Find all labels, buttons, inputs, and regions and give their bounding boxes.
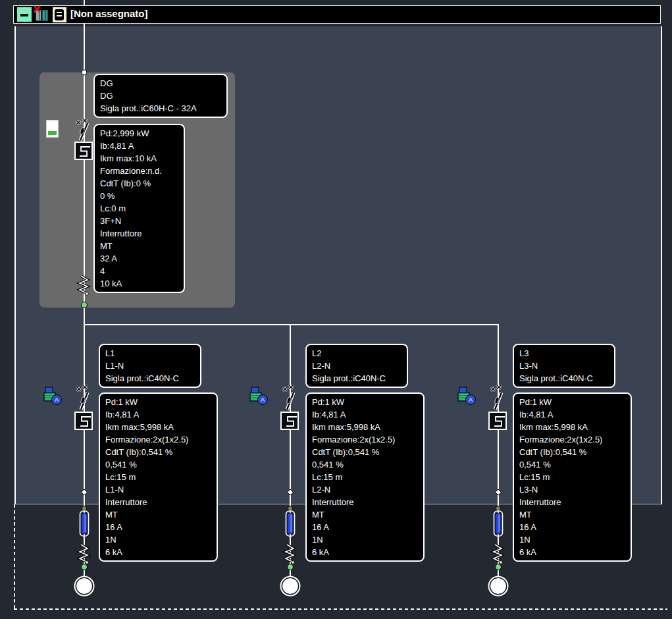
text-line: L3-N bbox=[519, 360, 609, 372]
text-line: DG bbox=[100, 77, 221, 90]
text-line: Lc:0 m bbox=[100, 202, 178, 215]
text-line: Sigla prot.:iC40N-C bbox=[105, 372, 195, 385]
text-line: L2-N bbox=[312, 360, 401, 372]
branch-meter-icon[interactable]: A bbox=[248, 385, 268, 405]
branch-details-box-l2[interactable]: Pd:1 kWIb:4,81 AIkm max:5,998 kAFormazio… bbox=[305, 392, 425, 562]
text-line: L1-N bbox=[105, 483, 211, 496]
text-line: Pd:1 kW bbox=[312, 396, 418, 408]
text-line: 1N bbox=[519, 533, 625, 546]
text-line: CdtT (Ib):0,541 % bbox=[312, 446, 418, 458]
text-line: Interruttore bbox=[312, 496, 418, 508]
branch-circuit-l1-symbols[interactable] bbox=[75, 325, 94, 596]
text-line: Ikm max:5,998 kA bbox=[519, 421, 625, 433]
text-line: Pd:2,999 kW bbox=[100, 127, 178, 140]
text-line: Formazione:2x(1x2.5) bbox=[519, 433, 625, 446]
junction-node[interactable] bbox=[82, 70, 87, 75]
connection-node[interactable] bbox=[82, 302, 88, 308]
text-line: 10 kA bbox=[100, 277, 178, 290]
text-line: Lc:15 m bbox=[312, 471, 418, 483]
branch-label-box-l3[interactable]: L3L3-NSigla prot.:iC40N-C bbox=[513, 344, 615, 388]
text-line: Sigla prot.:iC60H-C - 32A bbox=[100, 102, 221, 115]
text-line: 6 kA bbox=[312, 546, 418, 558]
text-line: Ib:4,81 A bbox=[100, 140, 178, 152]
text-line: Ib:4,81 A bbox=[519, 408, 625, 421]
red-x-icon: ✕ bbox=[32, 3, 41, 16]
text-line: Interruttore bbox=[519, 496, 625, 508]
properties-list-icon[interactable] bbox=[52, 7, 67, 23]
text-line: 6 kA bbox=[105, 546, 211, 558]
text-line: 0,541 % bbox=[519, 458, 625, 471]
delete-switchboard-icon[interactable]: ✕ bbox=[34, 7, 49, 22]
text-line: Sigla prot.:iC40N-C bbox=[312, 372, 401, 385]
text-line: 4 bbox=[100, 265, 178, 277]
text-line: 1N bbox=[312, 533, 418, 546]
branch-meter-icon[interactable]: A bbox=[456, 385, 476, 405]
text-line: Sigla prot.:iC40N-C bbox=[519, 372, 609, 385]
text-line: 16 A bbox=[312, 521, 418, 533]
text-line: L2 bbox=[312, 347, 401, 360]
ammeter-badge: A bbox=[469, 396, 473, 403]
text-line: L1 bbox=[105, 347, 195, 360]
text-line: MT bbox=[519, 508, 625, 521]
dg-status-icon[interactable] bbox=[46, 120, 59, 138]
text-line: 0,541 % bbox=[105, 458, 211, 471]
text-line: MT bbox=[105, 508, 211, 521]
text-line: 0,541 % bbox=[312, 458, 418, 471]
ammeter-badge: A bbox=[261, 396, 265, 403]
text-line: Formazione:2x(1x2.5) bbox=[312, 433, 418, 446]
text-line: 6 kA bbox=[519, 546, 625, 558]
main-breaker-details-box[interactable]: Pd:2,999 kWIb:4,81 AIkm max:10 kAFormazi… bbox=[93, 124, 185, 293]
text-line: MT bbox=[100, 240, 178, 252]
text-line: DG bbox=[100, 90, 221, 102]
text-line: Pd:1 kW bbox=[105, 396, 211, 408]
text-line: Pd:1 kW bbox=[519, 396, 625, 408]
text-line: 16 A bbox=[105, 521, 211, 533]
text-line: 32 A bbox=[100, 252, 178, 265]
text-line: CdtT (Ib):0 % bbox=[100, 177, 178, 190]
text-line: 16 A bbox=[519, 521, 625, 533]
text-line: L2-N bbox=[312, 483, 418, 496]
text-line: Interruttore bbox=[105, 496, 211, 508]
text-line: Formazione:n.d. bbox=[100, 165, 178, 177]
text-line: MT bbox=[312, 508, 418, 521]
app-window: A A A DGDGSigla prot.:iC60H-C - 32A Pd:2… bbox=[0, 0, 672, 619]
minimize-panel-icon[interactable] bbox=[16, 7, 32, 22]
text-line: CdtT (Ib):0,541 % bbox=[519, 446, 625, 458]
branch-circuit-l2-symbols[interactable] bbox=[281, 325, 300, 596]
text-line: Lc:15 m bbox=[105, 471, 211, 483]
main-breaker-label-box[interactable]: DGDGSigla prot.:iC60H-C - 32A bbox=[93, 74, 228, 118]
text-line: Ib:4,81 A bbox=[312, 408, 418, 421]
branch-circuit-l3-symbols[interactable] bbox=[489, 325, 508, 596]
text-line: CdtT (Ib):0,541 % bbox=[105, 446, 211, 458]
text-line: Ib:4,81 A bbox=[105, 408, 211, 421]
branch-details-box-l3[interactable]: Pd:1 kWIb:4,81 AIkm max:5,998 kAFormazio… bbox=[513, 392, 632, 562]
text-line: Ikm max:10 kA bbox=[100, 152, 178, 165]
ammeter-badge: A bbox=[55, 396, 59, 403]
text-line: L1-N bbox=[105, 360, 195, 372]
text-line: 0 % bbox=[100, 190, 178, 202]
text-line: Ikm max:5,998 kA bbox=[105, 421, 211, 433]
text-line: Lc:15 m bbox=[519, 471, 625, 483]
text-line: Formazione:2x(1x2.5) bbox=[105, 433, 211, 446]
branch-label-box-l2[interactable]: L2L2-NSigla prot.:iC40N-C bbox=[305, 344, 408, 388]
title-bar[interactable]: ✕ [Non assegnato] bbox=[13, 5, 661, 24]
main-feeder-wire[interactable] bbox=[75, 0, 92, 325]
text-line: Ikm max:5,998 kA bbox=[312, 421, 418, 433]
text-line: 1N bbox=[105, 533, 211, 546]
branch-meter-icon[interactable]: A bbox=[42, 385, 62, 405]
text-line: L3 bbox=[519, 347, 609, 360]
window-title: [Non assegnato] bbox=[70, 8, 148, 19]
branch-label-box-l1[interactable]: L1L1-NSigla prot.:iC40N-C bbox=[99, 344, 201, 388]
text-line: 3F+N bbox=[100, 215, 178, 227]
text-line: L3-N bbox=[519, 483, 625, 496]
text-line: Interruttore bbox=[100, 227, 178, 240]
branch-details-box-l1[interactable]: Pd:1 kWIb:4,81 AIkm max:5,998 kAFormazio… bbox=[99, 392, 218, 562]
